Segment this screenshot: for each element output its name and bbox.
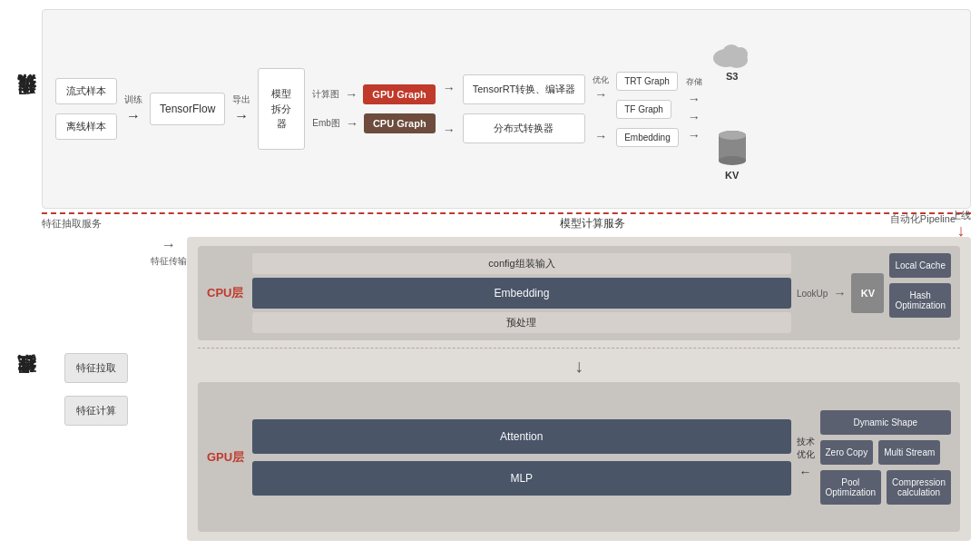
trt-graph-row: TRT Graph [616, 72, 679, 91]
divider-labels: 特征抽取服务 模型计算服务 上线 ↓ [42, 216, 971, 231]
gpu-right-opts: Dynamic Shape Zero Copy Multi Stream Poo… [820, 410, 952, 505]
export-arrow: 导出 → [232, 93, 250, 124]
inference-section: 在线推理 特征拉取 特征计算 → 特征传输 CPU层 config组装输入 Em… [9, 237, 971, 541]
embedding-output-row: Embedding [616, 128, 679, 147]
train-label: 训练 [124, 93, 142, 106]
tensorflow-box: TensorFlow [150, 93, 225, 125]
gpu-layer-label: GPU层 [207, 449, 245, 466]
gpu-to-converter-arrow: → [443, 81, 456, 95]
cloud-icon [710, 38, 755, 69]
gpu-graph-row: 计算图 → GPU Graph [312, 84, 435, 104]
hash-opt-text: Hash Optimization [895, 290, 946, 310]
divider-line [42, 212, 971, 214]
pool-compression-row: Pool Optimization Compression calculatio… [820, 470, 952, 505]
model-service-header: 模型计算服务 [214, 216, 971, 231]
optimize-label: 优化 [593, 74, 609, 86]
tech-opt-area: 技术 优化 ← [797, 436, 815, 479]
export-label: 导出 [232, 93, 250, 106]
train-arrow-icon: → [126, 108, 141, 124]
lookup-kv-area: LookUp → KV [797, 253, 884, 333]
tf-graph-row: TF Graph [616, 100, 679, 119]
offline-sample: 离线样本 [55, 113, 117, 140]
store-arrow3: → [688, 128, 701, 142]
cpu-layer: CPU层 config组装输入 Embedding 预处理 LookUp → K… [198, 246, 960, 340]
model-splitter-text: 模型拆分器 [271, 86, 291, 132]
emb-graph-label: Emb图 [312, 117, 340, 130]
multi-stream-box: Multi Stream [878, 440, 940, 465]
lookup-arrow: → [833, 286, 846, 300]
graph-area: 计算图 → GPU Graph Emb图 → CPU Graph [312, 84, 435, 133]
converters-area: TensorRT转换、编译器 分布式转换器 [463, 74, 585, 143]
online-label-group: 上线 ↓ [951, 209, 971, 239]
feature-transfer-arrow: → 特征传输 [151, 237, 187, 541]
section-divider: 特征抽取服务 模型计算服务 上线 ↓ [42, 212, 971, 231]
opt-arrow-group: 优化 → [593, 74, 609, 102]
store-label: 存储 [686, 76, 702, 88]
kv-storage: KV [717, 128, 748, 181]
gpu-layer: GPU层 Attention MLP 技术 优化 ← Dynamic Shape [198, 382, 960, 532]
storage-area: S3 KV [710, 19, 755, 199]
cpu-bars: config组装输入 Embedding 预处理 [252, 253, 791, 333]
opt-arrow-icon: → [594, 87, 607, 102]
dist-arrow-icon: → [594, 129, 607, 143]
training-label: 训练流程 [9, 9, 42, 209]
svg-point-6 [719, 156, 746, 165]
train-arrow: 训练 → [124, 93, 142, 124]
stream-sample: 流式样本 [55, 78, 117, 104]
training-section: 训练流程 流式样本 离线样本 训练 → TensorFlow 导出 → 模型拆分… [9, 9, 971, 209]
config-input-bar: config组装输入 [252, 253, 791, 274]
hash-opt-box: Hash Optimization [889, 283, 951, 318]
cpu-graph-box: CPU Graph [364, 113, 436, 133]
svg-point-3 [733, 47, 748, 62]
model-service-divider [198, 348, 960, 349]
model-computation: CPU层 config组装输入 Embedding 预处理 LookUp → K… [187, 237, 971, 541]
feature-transfer-label: 特征传输 [151, 255, 187, 268]
tech-opt-label: 技术 优化 [797, 436, 815, 461]
cpu-layer-label: CPU层 [207, 285, 245, 301]
compression-box: Compression calculation [887, 470, 951, 505]
output-graphs: TRT Graph TF Graph Embedding [616, 72, 679, 147]
samples-box: 流式样本 离线样本 [55, 78, 117, 140]
s3-label: S3 [726, 71, 738, 82]
dynamic-shape-box: Dynamic Shape [820, 410, 952, 435]
feature-pull-box: 特征拉取 [64, 353, 128, 383]
preprocess-bar: 预处理 [252, 312, 791, 333]
gpu-bars: Attention MLP [252, 419, 791, 496]
s3-storage: S3 [710, 38, 755, 82]
db-icon [717, 128, 748, 168]
store-arrows: 存储 → → → [686, 76, 702, 142]
compute-graph-label: 计算图 [312, 88, 339, 101]
kv-box: KV [851, 273, 884, 313]
export-arrow-icon: → [234, 108, 249, 124]
gpu-left-arrow: ← [799, 465, 812, 479]
embedding-bar: Embedding [252, 278, 791, 309]
zero-copy-box: Zero Copy [820, 440, 874, 465]
feature-extraction-header: 特征抽取服务 [42, 217, 160, 231]
svg-point-7 [719, 131, 746, 140]
mlp-bar: MLP [252, 461, 791, 496]
trt-graph-box: TRT Graph [616, 72, 678, 91]
model-splitter: 模型拆分器 [258, 68, 305, 150]
down-arrow-icon: ↓ [957, 222, 965, 239]
zero-copy-multi-stream-row: Zero Copy Multi Stream [820, 440, 952, 465]
embedding-output-box: Embedding [616, 128, 679, 147]
gpu-layer-content: Attention MLP 技术 优化 ← Dynamic Shape Zero… [252, 410, 951, 505]
kv-store-label: KV [725, 170, 739, 181]
cpu-right-opts: Local Cache Hash Optimization [889, 253, 951, 333]
mid-arrows: → → [443, 81, 456, 137]
opt-arrows: 优化 → → [593, 74, 609, 143]
store-arrow1: → [688, 92, 701, 106]
center-down-arrow-icon: ↓ [574, 356, 583, 377]
feature-compute-box: 特征计算 [64, 396, 128, 426]
distributed-converter: 分布式转换器 [463, 113, 585, 143]
lookup-row: LookUp → KV [797, 273, 884, 313]
lookup-label: LookUp [797, 289, 828, 299]
cpu-to-converter-arrow: → [443, 123, 456, 137]
emb-graph-arrow: → [346, 116, 358, 131]
pool-opt-text: Pool Optimization [826, 477, 877, 497]
feature-transfer-arrow-icon: → [162, 237, 176, 253]
pool-opt-box: Pool Optimization [820, 470, 882, 505]
attention-bar: Attention [252, 419, 791, 454]
inference-label: 在线推理 [9, 237, 42, 541]
store-arrow2: → [688, 110, 701, 124]
